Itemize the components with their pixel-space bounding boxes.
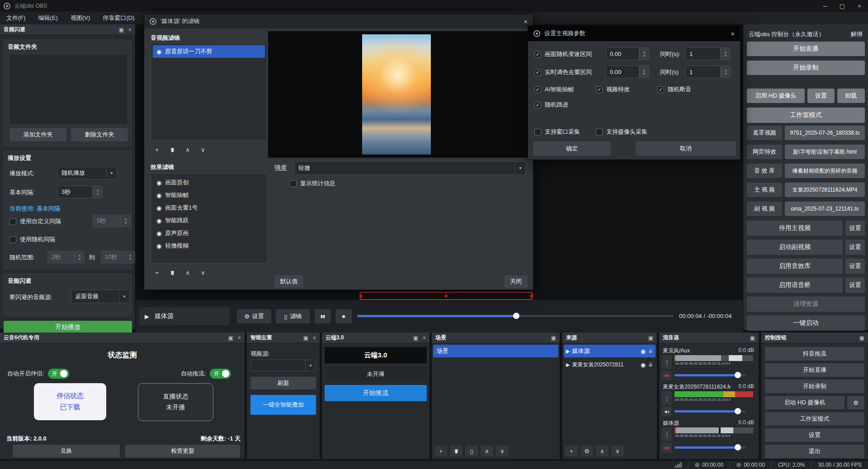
eye-icon[interactable]: ◉ [156, 192, 161, 199]
mixer-ch2-speaker-icon[interactable] [662, 407, 672, 417]
eye-icon[interactable]: ◉ [156, 205, 161, 211]
start-hd-camera-button[interactable]: 启动 HD 摄像机 [765, 396, 844, 409]
media-progress-slider[interactable] [357, 315, 674, 317]
enable-hd-camera-button[interactable]: 启用 HD 摄像头 [747, 89, 805, 103]
visibility-icon[interactable]: ◉ [641, 361, 646, 368]
enable-sfx-lib-button[interactable]: 启用音效库 [747, 258, 843, 274]
custom-interval-input[interactable]: 5秒 [93, 215, 121, 227]
move-up-icon[interactable]: ∧ [181, 267, 194, 278]
move-down-icon[interactable]: ∨ [197, 144, 209, 155]
close-icon[interactable]: × [851, 0, 868, 12]
sub-video-settings-button[interactable]: 设置 [845, 239, 865, 255]
range-from-input[interactable]: 2秒 [47, 251, 75, 263]
close-button[interactable]: 关闭 [504, 275, 528, 288]
hd-camera-unload-button[interactable]: 卸载 [837, 89, 865, 103]
fx-filter-item[interactable]: ◉画面原创 [153, 176, 265, 189]
interval2-stepper[interactable]: ∧∨ [721, 66, 731, 78]
duplicate-icon[interactable]: ▯ [465, 446, 478, 456]
media-source-chip[interactable]: ▶ 媒体源 [139, 307, 230, 325]
interval1-stepper[interactable]: ∧∨ [721, 47, 731, 60]
hd-camera-settings-button[interactable]: 设置 [807, 89, 835, 103]
hd-camera-gear-icon[interactable]: ⚙ [847, 396, 864, 409]
range-to-input[interactable]: 10秒 [101, 251, 125, 263]
speed-range-checkbox[interactable]: ✓ [534, 51, 541, 58]
ai-frame-checkbox[interactable]: ✓ [534, 86, 541, 93]
media-settings-button[interactable]: ⚙ 设置 [237, 309, 271, 324]
dock-float-icon[interactable]: ▣ [648, 335, 653, 341]
random-jump-checkbox[interactable]: ✓ [534, 102, 541, 108]
params-dialog-close-icon[interactable]: × [731, 30, 735, 38]
mixer-ch2-volume-slider[interactable] [675, 410, 746, 413]
start-playback-button[interactable]: 开始播放 [4, 321, 132, 333]
cloud3-start-push-button[interactable]: 开始推流 [325, 385, 427, 401]
source-selection-outline[interactable] [360, 292, 533, 300]
gear-icon[interactable]: ⚙ [580, 446, 593, 456]
strength-select[interactable]: 轻微 [294, 161, 526, 175]
defaults-button[interactable]: 默认值 [274, 275, 303, 288]
play-mode-select[interactable]: 随机播放 [57, 167, 117, 179]
menu-edit[interactable]: 编辑(E) [32, 12, 64, 24]
mask-video-value[interactable]: 9751_2025-07-26_180338.ts [785, 126, 865, 140]
dock-close-icon[interactable]: × [238, 335, 241, 341]
sfx-lib-value[interactable]: 播素材相搭配的剪碎的音频 [785, 164, 865, 178]
mixer-ch1-dots-icon[interactable]: ⋮ [662, 355, 672, 369]
eye-icon[interactable]: ◉ [156, 179, 161, 186]
interval1-input[interactable]: 1 [685, 47, 721, 60]
exit-button[interactable]: 退出 [765, 445, 864, 458]
mixer-ch1-volume-slider[interactable] [675, 374, 746, 376]
eye-icon[interactable]: ◉ [156, 217, 161, 224]
add-icon[interactable]: + [151, 267, 163, 278]
window-capture-checkbox[interactable] [534, 129, 541, 136]
interval2-input[interactable]: 1 [685, 66, 721, 78]
audio-folder-list[interactable] [9, 54, 128, 125]
menu-view[interactable]: 视图(V) [64, 12, 96, 24]
source-item-media[interactable]: ▶ 媒体源 ◉ [564, 345, 656, 357]
random-interval-checkbox[interactable] [9, 236, 16, 243]
menu-docks[interactable]: 停靠窗口(D) [96, 12, 141, 24]
color-dedup-input[interactable]: 0.00 [606, 66, 639, 78]
auto-push-toggle[interactable]: 开 [210, 369, 231, 379]
dock-float-icon[interactable]: ▣ [413, 335, 418, 341]
custom-interval-stepper[interactable]: ∧∨ [121, 215, 131, 227]
eye-icon[interactable]: ◉ [156, 230, 161, 237]
speed-range-input[interactable]: 0.00 [606, 47, 639, 60]
add-icon[interactable]: + [565, 446, 578, 456]
stop-main-video-button[interactable]: 停用主视频 [747, 220, 843, 236]
mixer-ch3-mute-icon[interactable] [662, 443, 672, 453]
color-dedup-stepper[interactable]: ∧∨ [639, 66, 649, 78]
media-stop-icon[interactable]: ■ [335, 309, 352, 324]
trash-icon[interactable] [166, 267, 179, 278]
fx-filter-item[interactable]: ◉智能抽帧 [153, 189, 265, 202]
douyin-push-button[interactable]: 抖音推流 [765, 347, 864, 361]
trash-icon[interactable] [166, 144, 179, 155]
move-up-icon[interactable]: ∧ [481, 446, 493, 456]
move-down-icon[interactable]: ∨ [197, 267, 209, 278]
eye-icon[interactable]: ◉ [156, 243, 161, 249]
main-video-label[interactable]: 主 视 频 [747, 183, 782, 197]
trash-icon[interactable] [450, 446, 462, 456]
dock-float-icon[interactable]: ▣ [750, 335, 755, 341]
move-up-icon[interactable]: ∧ [596, 446, 609, 456]
start-streaming-button[interactable]: 开始直播 [765, 363, 864, 377]
web-fx-label[interactable]: 网页特效 [747, 145, 782, 159]
one-key-smart-overlay-button[interactable]: 一键全智能叠加 [250, 395, 316, 415]
maximize-icon[interactable]: ▢ [834, 0, 851, 12]
eye-icon[interactable]: ◉ [156, 48, 161, 55]
av-filter-item[interactable]: ◉ 原音原话一刀不剪 [153, 45, 265, 58]
dock-close-icon[interactable]: × [423, 335, 426, 341]
mixer-ch2-dots-icon[interactable]: ⋮ [662, 391, 672, 405]
video-source-select[interactable] [250, 360, 316, 371]
dock-close-icon[interactable]: × [313, 335, 316, 341]
source-item-video[interactable]: ▶ 麦麦女装2025072811 ◉ [564, 358, 656, 371]
mask-video-label[interactable]: 遮罩视频 [747, 126, 782, 140]
remove-folder-button[interactable]: 删除文件夹 [71, 128, 128, 141]
dock-float-icon[interactable]: ▣ [119, 27, 124, 33]
camera-capture-checkbox[interactable] [596, 129, 603, 136]
auto-partner-toggle[interactable]: 开 [48, 369, 69, 379]
web-fx-value[interactable]: 新\字母雨\定制字幕雨.html [785, 145, 865, 159]
dedup-refresh-button[interactable]: 刷新 [250, 377, 316, 389]
menu-file[interactable]: 文件(F) [0, 12, 32, 24]
sfx-lib-label[interactable]: 音 效 库 [747, 164, 782, 178]
unbind-link[interactable]: 解绑 [851, 30, 863, 38]
media-progress-knob[interactable] [513, 313, 519, 319]
